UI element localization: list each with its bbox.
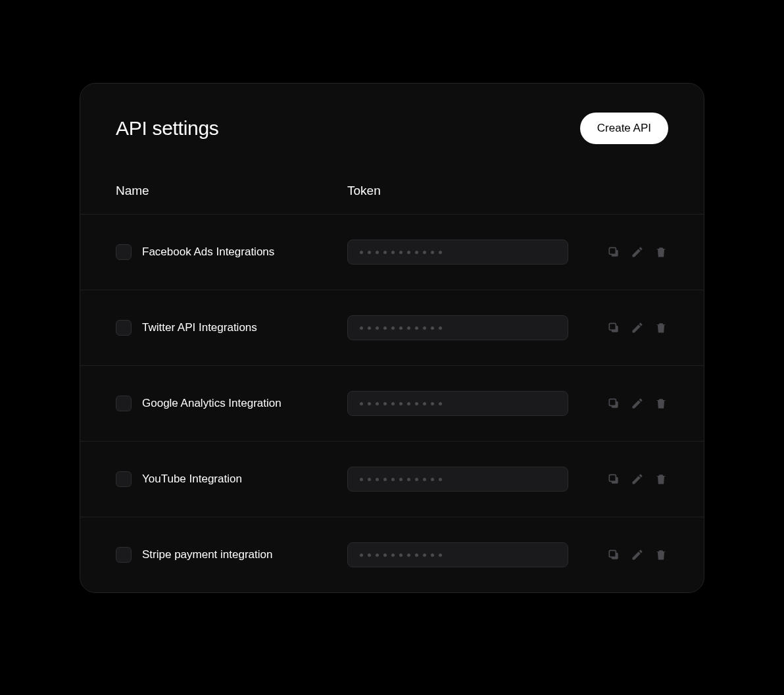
token-field[interactable] bbox=[347, 315, 568, 340]
mask-dot bbox=[376, 478, 379, 481]
row-name: YouTube Integration bbox=[142, 473, 347, 486]
mask-dot bbox=[439, 402, 442, 405]
mask-dot bbox=[383, 553, 387, 557]
trash-icon[interactable] bbox=[654, 245, 668, 259]
mask-dot bbox=[391, 553, 395, 557]
mask-dot bbox=[383, 326, 387, 330]
edit-icon[interactable] bbox=[630, 548, 645, 562]
mask-dot bbox=[415, 402, 418, 405]
mask-dot bbox=[415, 251, 418, 254]
row-actions bbox=[606, 245, 668, 259]
mask-dot bbox=[368, 251, 371, 254]
mask-dot bbox=[376, 402, 379, 405]
create-api-button[interactable]: Create API bbox=[580, 113, 668, 144]
row-name: Twitter API Integrations bbox=[142, 321, 347, 334]
mask-dot bbox=[368, 553, 371, 557]
row-checkbox[interactable] bbox=[116, 547, 132, 563]
mask-dot bbox=[439, 326, 442, 330]
token-field[interactable] bbox=[347, 391, 568, 416]
table-row: Twitter API Integrations bbox=[80, 290, 704, 365]
mask-dot bbox=[391, 326, 395, 330]
table-row: Stripe payment integration bbox=[80, 517, 704, 592]
mask-dot bbox=[423, 478, 426, 481]
row-actions bbox=[606, 396, 668, 411]
table-row: Facebook Ads Integrations bbox=[80, 214, 704, 290]
column-headers: Name Token bbox=[80, 144, 704, 214]
copy-icon[interactable] bbox=[606, 245, 621, 259]
row-checkbox[interactable] bbox=[116, 471, 132, 487]
mask-dot bbox=[360, 251, 363, 254]
mask-dot bbox=[399, 326, 403, 330]
edit-icon[interactable] bbox=[630, 321, 645, 335]
svg-rect-9 bbox=[609, 550, 616, 557]
svg-rect-3 bbox=[609, 323, 616, 330]
copy-icon[interactable] bbox=[606, 396, 621, 411]
mask-dot bbox=[383, 478, 387, 481]
mask-dot bbox=[360, 478, 363, 481]
mask-dot bbox=[383, 402, 387, 405]
mask-dot bbox=[407, 553, 410, 557]
copy-icon[interactable] bbox=[606, 548, 621, 562]
mask-dot bbox=[439, 478, 442, 481]
row-actions bbox=[606, 321, 668, 335]
svg-rect-1 bbox=[609, 247, 616, 254]
row-checkbox[interactable] bbox=[116, 320, 132, 336]
mask-dot bbox=[423, 402, 426, 405]
mask-dot bbox=[368, 326, 371, 330]
copy-icon[interactable] bbox=[606, 321, 621, 335]
row-checkbox[interactable] bbox=[116, 244, 132, 260]
trash-icon[interactable] bbox=[654, 548, 668, 562]
mask-dot bbox=[376, 553, 379, 557]
api-settings-card: API settings Create API Name Token Faceb… bbox=[80, 83, 704, 593]
mask-dot bbox=[431, 478, 434, 481]
svg-rect-5 bbox=[609, 399, 616, 405]
row-actions bbox=[606, 548, 668, 562]
mask-dot bbox=[360, 553, 363, 557]
mask-dot bbox=[368, 402, 371, 405]
mask-dot bbox=[423, 251, 426, 254]
card-header: API settings Create API bbox=[80, 84, 704, 144]
row-actions bbox=[606, 472, 668, 486]
mask-dot bbox=[391, 251, 395, 254]
edit-icon[interactable] bbox=[630, 245, 645, 259]
table-row: YouTube Integration bbox=[80, 441, 704, 517]
table-row: Google Analytics Integration bbox=[80, 365, 704, 441]
mask-dot bbox=[360, 326, 363, 330]
mask-dot bbox=[376, 251, 379, 254]
mask-dot bbox=[431, 553, 434, 557]
trash-icon[interactable] bbox=[654, 472, 668, 486]
mask-dot bbox=[431, 402, 434, 405]
mask-dot bbox=[431, 326, 434, 330]
row-name: Google Analytics Integration bbox=[142, 397, 347, 410]
mask-dot bbox=[407, 402, 410, 405]
mask-dot bbox=[407, 478, 410, 481]
mask-dot bbox=[399, 251, 403, 254]
mask-dot bbox=[391, 478, 395, 481]
mask-dot bbox=[423, 553, 426, 557]
mask-dot bbox=[360, 402, 363, 405]
column-header-name: Name bbox=[116, 184, 347, 198]
mask-dot bbox=[399, 478, 403, 481]
mask-dot bbox=[415, 478, 418, 481]
mask-dot bbox=[368, 478, 371, 481]
mask-dot bbox=[415, 326, 418, 330]
token-field[interactable] bbox=[347, 542, 568, 567]
trash-icon[interactable] bbox=[654, 321, 668, 335]
svg-rect-7 bbox=[609, 475, 616, 481]
mask-dot bbox=[439, 251, 442, 254]
mask-dot bbox=[439, 553, 442, 557]
trash-icon[interactable] bbox=[654, 396, 668, 411]
edit-icon[interactable] bbox=[630, 472, 645, 486]
mask-dot bbox=[391, 402, 395, 405]
token-field[interactable] bbox=[347, 467, 568, 492]
row-checkbox[interactable] bbox=[116, 396, 132, 411]
mask-dot bbox=[376, 326, 379, 330]
mask-dot bbox=[399, 402, 403, 405]
mask-dot bbox=[407, 251, 410, 254]
row-name: Facebook Ads Integrations bbox=[142, 245, 347, 259]
mask-dot bbox=[415, 553, 418, 557]
copy-icon[interactable] bbox=[606, 472, 621, 486]
mask-dot bbox=[399, 553, 403, 557]
token-field[interactable] bbox=[347, 240, 568, 265]
edit-icon[interactable] bbox=[630, 396, 645, 411]
